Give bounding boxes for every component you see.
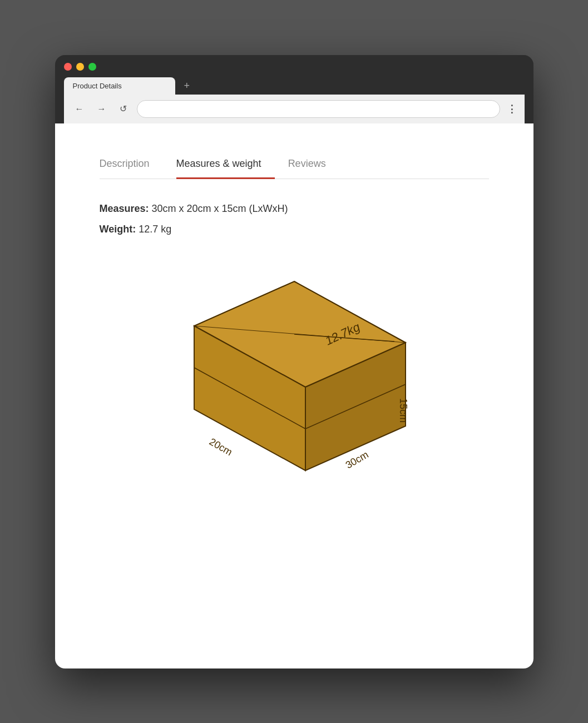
back-button[interactable]: ← <box>72 103 87 115</box>
nav-bar: ← → ↺ ⋮ <box>64 95 525 123</box>
forward-button[interactable]: → <box>94 103 110 115</box>
weight-value: 12.7 kg <box>136 224 171 235</box>
measures-label: Measures: <box>100 203 149 214</box>
box-illustration: 12.7kg 15cm 30cm 20cm <box>100 259 489 493</box>
tab-measures-weight[interactable]: Measures & weight <box>176 151 275 179</box>
menu-button[interactable]: ⋮ <box>507 103 517 115</box>
browser-chrome: Product Details + ← → ↺ ⋮ <box>55 55 533 123</box>
svg-text:20cm: 20cm <box>207 435 234 457</box>
browser-window: Product Details + ← → ↺ ⋮ Description Me… <box>55 55 533 668</box>
maximize-button[interactable] <box>88 63 96 71</box>
minimize-button[interactable] <box>76 63 84 71</box>
weight-line: Weight: 12.7 kg <box>100 222 489 237</box>
tab-reviews[interactable]: Reviews <box>288 151 339 179</box>
measures-content: Measures: 30cm x 20cm x 15cm (LxWxH) Wei… <box>100 201 489 237</box>
product-tabs: Description Measures & weight Reviews <box>100 151 489 179</box>
tab-label: Product Details <box>73 82 122 90</box>
svg-text:15cm: 15cm <box>398 398 409 423</box>
box-svg: 12.7kg 15cm 30cm 20cm <box>155 259 433 493</box>
traffic-lights <box>64 63 525 71</box>
page-content: Description Measures & weight Reviews Me… <box>55 123 533 668</box>
address-bar[interactable] <box>137 100 500 118</box>
tab-bar: Product Details + <box>64 77 525 95</box>
refresh-button[interactable]: ↺ <box>116 102 130 115</box>
measures-value: 30cm x 20cm x 15cm (LxWxH) <box>149 203 288 214</box>
close-button[interactable] <box>64 63 72 71</box>
measures-line: Measures: 30cm x 20cm x 15cm (LxWxH) <box>100 201 489 216</box>
tab-description[interactable]: Description <box>100 151 163 179</box>
new-tab-button[interactable]: + <box>180 78 195 94</box>
browser-tab[interactable]: Product Details <box>64 77 175 95</box>
weight-label: Weight: <box>100 224 136 235</box>
